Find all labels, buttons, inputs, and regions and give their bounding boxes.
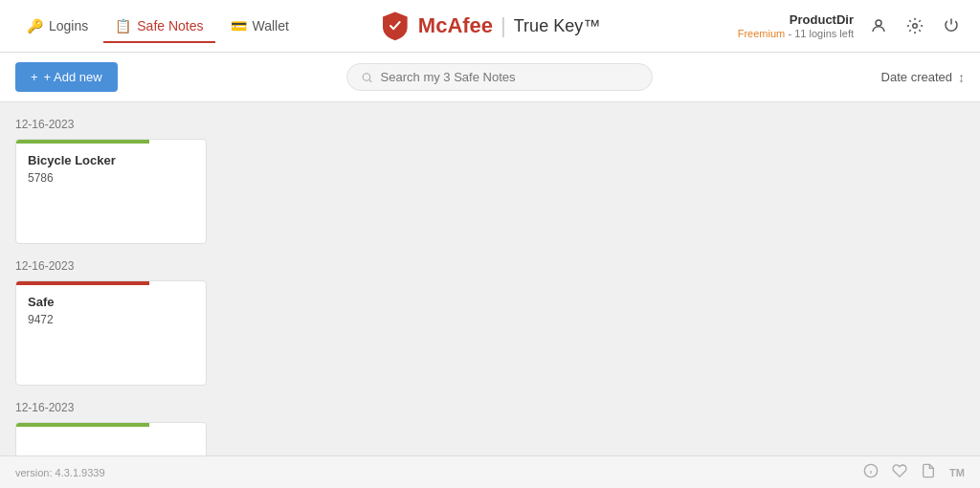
add-new-label: + Add new xyxy=(44,70,102,84)
toolbar: + + Add new Date created ↕ xyxy=(0,53,980,102)
tab-safe-notes[interactable]: 📋 Safe Notes xyxy=(103,11,214,43)
sort-control[interactable]: Date created ↕ xyxy=(881,70,965,85)
power-icon xyxy=(943,17,960,34)
date-label-1: 12-16-2023 xyxy=(15,118,965,131)
mcafee-shield-icon xyxy=(380,11,411,41)
footer-icons: TM xyxy=(863,463,965,481)
document-icon[interactable] xyxy=(921,463,936,481)
plan-label: Freemium xyxy=(738,28,786,39)
power-button[interactable] xyxy=(938,12,965,39)
safe-notes-label: Safe Notes xyxy=(137,18,203,33)
nav-tabs: 🔑 Logins 📋 Safe Notes 💳 Wallet xyxy=(15,10,301,42)
header-icons xyxy=(865,12,965,39)
search-icon xyxy=(361,71,373,84)
svg-point-2 xyxy=(363,73,370,80)
date-section-2: 12-16-2023 Safe 9472 xyxy=(15,259,965,386)
header-right: ProductDir Freemium - 11 logins left xyxy=(738,12,965,40)
svg-point-0 xyxy=(876,20,881,26)
note-card-bar-3 xyxy=(16,423,149,427)
user-name: ProductDir xyxy=(738,12,854,27)
note-card-3[interactable] xyxy=(15,422,207,455)
heart-icon[interactable] xyxy=(892,463,907,481)
logo-separator: | xyxy=(501,13,506,38)
note-card-title-1: Bicycle Locker xyxy=(28,153,194,167)
user-plan: Freemium - 11 logins left xyxy=(738,27,854,40)
add-new-icon: + xyxy=(31,70,38,84)
note-card-content-1: Bicycle Locker 5786 xyxy=(16,144,206,194)
user-info: ProductDir Freemium - 11 logins left xyxy=(738,12,854,40)
date-label-2: 12-16-2023 xyxy=(15,259,965,273)
gear-icon xyxy=(906,17,924,34)
note-card-title-2: Safe xyxy=(28,295,194,309)
tab-wallet[interactable]: 💳 Wallet xyxy=(219,11,301,43)
logins-label: Logins xyxy=(49,18,88,33)
tab-logins[interactable]: 🔑 Logins xyxy=(15,11,100,43)
sort-direction-icon: ↕ xyxy=(958,70,965,85)
date-section-3: 12-16-2023 xyxy=(15,401,965,455)
user-icon xyxy=(870,17,887,34)
version-label: version: 4.3.1.9339 xyxy=(15,467,105,478)
product-name: True Key™ xyxy=(514,16,600,36)
svg-point-1 xyxy=(913,24,918,29)
date-label-3: 12-16-2023 xyxy=(15,401,965,414)
note-card-value-2: 9472 xyxy=(28,313,194,326)
note-card-1[interactable]: Bicycle Locker 5786 xyxy=(15,139,207,244)
header: 🔑 Logins 📋 Safe Notes 💳 Wallet McAfee | … xyxy=(0,0,980,53)
info-icon[interactable] xyxy=(863,463,879,481)
logo: McAfee | True Key™ xyxy=(380,11,600,41)
tm-label[interactable]: TM xyxy=(949,467,965,478)
footer: version: 4.3.1.9339 TM xyxy=(0,455,980,488)
brand-name: McAfee xyxy=(418,13,493,38)
user-profile-button[interactable] xyxy=(865,12,892,39)
sort-label: Date created xyxy=(881,70,952,84)
wallet-label: Wallet xyxy=(253,18,289,33)
add-new-button[interactable]: + + Add new xyxy=(15,62,118,92)
main-content: 12-16-2023 Bicycle Locker 5786 12-16-202… xyxy=(0,102,980,455)
logins-icon: 🔑 xyxy=(27,18,43,33)
note-card-2[interactable]: Safe 9472 xyxy=(15,280,207,386)
wallet-icon: 💳 xyxy=(231,18,247,33)
note-card-content-2: Safe 9472 xyxy=(16,285,206,336)
search-bar xyxy=(118,63,881,91)
settings-button[interactable] xyxy=(902,12,928,39)
date-section-1: 12-16-2023 Bicycle Locker 5786 xyxy=(15,118,965,244)
note-card-value-1: 5786 xyxy=(28,171,194,185)
safe-notes-icon: 📋 xyxy=(115,18,131,33)
search-input[interactable] xyxy=(381,70,638,84)
logins-left: - 11 logins left xyxy=(789,28,854,39)
search-input-wrap[interactable] xyxy=(346,63,653,91)
